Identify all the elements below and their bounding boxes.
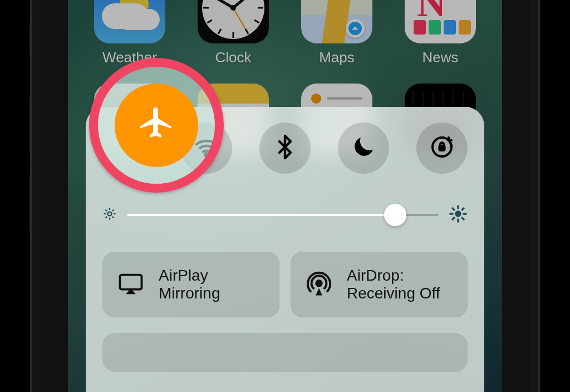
- svg-point-3: [108, 212, 112, 216]
- brightness-track[interactable]: [127, 214, 439, 216]
- airplay-icon: [115, 269, 146, 300]
- do-not-disturb-toggle[interactable]: [338, 122, 389, 174]
- brightness-low-icon: [102, 207, 117, 223]
- svg-line-8: [106, 210, 107, 211]
- svg-line-17: [453, 208, 454, 210]
- volume-down-button[interactable]: [29, 173, 35, 234]
- brightness-slider[interactable]: [102, 204, 468, 226]
- rotation-lock-icon: [429, 134, 455, 163]
- rotation-lock-toggle[interactable]: [416, 122, 468, 174]
- bluetooth-icon: [272, 134, 298, 163]
- airdrop-button[interactable]: AirDrop: Receiving Off: [291, 252, 468, 317]
- svg-line-19: [453, 218, 454, 219]
- share-row: AirPlay Mirroring AirDrop: Receiving Off: [102, 252, 468, 317]
- volume-up-button[interactable]: [29, 95, 35, 156]
- mute-switch[interactable]: [29, 22, 35, 57]
- svg-line-20: [462, 208, 464, 210]
- svg-line-11: [112, 210, 114, 211]
- airplay-button[interactable]: AirPlay Mirroring: [102, 252, 279, 317]
- airdrop-label: AirDrop: Receiving Off: [347, 267, 440, 302]
- airplay-label: AirPlay Mirroring: [159, 267, 220, 302]
- brightness-knob[interactable]: [384, 204, 406, 226]
- control-center: AirPlay Mirroring AirDrop: Receiving Off: [86, 107, 484, 392]
- annotation-highlight-ring: [89, 58, 224, 193]
- svg-line-9: [112, 217, 114, 218]
- airplane-mode-toggle[interactable]: [115, 84, 198, 167]
- bluetooth-toggle[interactable]: [259, 122, 311, 174]
- svg-line-18: [462, 218, 464, 219]
- airdrop-icon: [303, 269, 335, 300]
- svg-line-10: [106, 217, 107, 218]
- svg-point-22: [316, 281, 322, 286]
- svg-rect-2: [439, 146, 444, 150]
- brightness-high-icon: [449, 204, 468, 226]
- svg-rect-21: [120, 275, 142, 290]
- svg-point-12: [455, 210, 461, 217]
- moon-icon: [350, 134, 377, 163]
- media-controls-placeholder[interactable]: [102, 333, 468, 372]
- airplane-icon: [136, 104, 176, 146]
- phone-screen: Weather: [68, 0, 502, 392]
